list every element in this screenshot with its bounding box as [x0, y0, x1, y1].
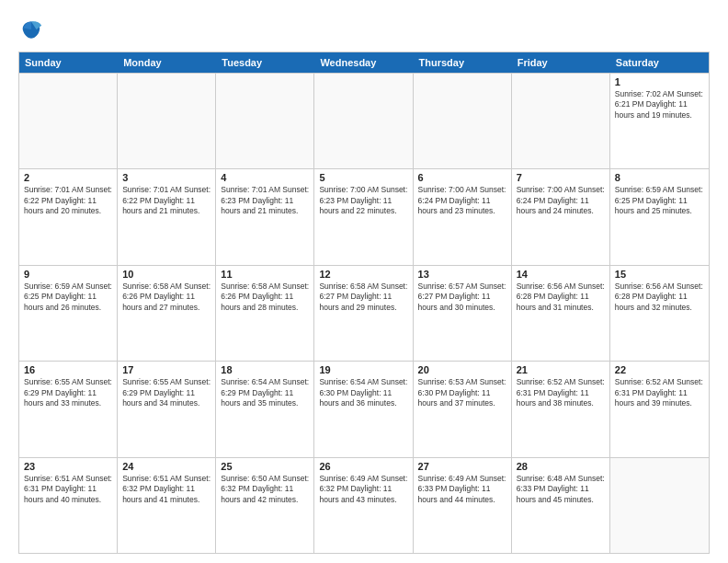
- day-info: Sunrise: 7:01 AM Sunset: 6:23 PM Dayligh…: [221, 185, 309, 216]
- day-cell-19: 19Sunrise: 6:54 AM Sunset: 6:30 PM Dayli…: [314, 362, 413, 456]
- day-number: 5: [319, 172, 407, 183]
- day-cell-13: 13Sunrise: 6:57 AM Sunset: 6:27 PM Dayli…: [414, 266, 512, 361]
- day-info: Sunrise: 6:51 AM Sunset: 6:32 PM Dayligh…: [122, 474, 210, 505]
- day-cell-26: 26Sunrise: 6:49 AM Sunset: 6:32 PM Dayli…: [314, 458, 413, 553]
- day-cell-15: 15Sunrise: 6:56 AM Sunset: 6:28 PM Dayli…: [610, 266, 709, 361]
- day-number: 16: [24, 364, 112, 375]
- day-number: 14: [517, 269, 605, 280]
- day-cell-empty-4-6: [610, 458, 709, 553]
- day-cell-18: 18Sunrise: 6:54 AM Sunset: 6:29 PM Dayli…: [216, 362, 314, 456]
- day-number: 25: [221, 461, 309, 472]
- day-info: Sunrise: 6:52 AM Sunset: 6:31 PM Dayligh…: [615, 377, 704, 408]
- day-cell-empty-0-5: [512, 74, 610, 168]
- day-info: Sunrise: 6:54 AM Sunset: 6:29 PM Dayligh…: [221, 377, 309, 408]
- day-number: 28: [517, 461, 605, 472]
- day-info: Sunrise: 6:59 AM Sunset: 6:25 PM Dayligh…: [615, 185, 704, 216]
- weekday-header-wednesday: Wednesday: [314, 52, 413, 73]
- day-number: 21: [517, 364, 605, 375]
- day-number: 6: [418, 172, 506, 183]
- day-info: Sunrise: 6:58 AM Sunset: 6:26 PM Dayligh…: [122, 282, 210, 313]
- day-cell-empty-0-2: [216, 74, 314, 168]
- day-info: Sunrise: 6:55 AM Sunset: 6:29 PM Dayligh…: [122, 377, 210, 408]
- day-cell-4: 4Sunrise: 7:01 AM Sunset: 6:23 PM Daylig…: [216, 169, 314, 264]
- day-cell-27: 27Sunrise: 6:49 AM Sunset: 6:33 PM Dayli…: [414, 458, 512, 553]
- day-cell-5: 5Sunrise: 7:00 AM Sunset: 6:23 PM Daylig…: [314, 169, 413, 264]
- day-number: 7: [517, 172, 605, 183]
- calendar: SundayMondayTuesdayWednesdayThursdayFrid…: [18, 52, 710, 554]
- day-cell-10: 10Sunrise: 6:58 AM Sunset: 6:26 PM Dayli…: [118, 266, 216, 361]
- day-number: 24: [122, 461, 210, 472]
- day-cell-empty-0-3: [314, 74, 413, 168]
- day-cell-24: 24Sunrise: 6:51 AM Sunset: 6:32 PM Dayli…: [118, 458, 216, 553]
- day-cell-20: 20Sunrise: 6:53 AM Sunset: 6:30 PM Dayli…: [414, 362, 512, 456]
- day-number: 10: [122, 269, 210, 280]
- header: [18, 17, 710, 42]
- day-cell-22: 22Sunrise: 6:52 AM Sunset: 6:31 PM Dayli…: [610, 362, 709, 456]
- day-info: Sunrise: 7:00 AM Sunset: 6:24 PM Dayligh…: [418, 185, 506, 216]
- day-number: 27: [418, 461, 506, 472]
- day-number: 3: [122, 172, 210, 183]
- weekday-header-friday: Friday: [512, 52, 610, 73]
- day-number: 2: [24, 172, 112, 183]
- day-cell-23: 23Sunrise: 6:51 AM Sunset: 6:31 PM Dayli…: [19, 458, 118, 553]
- day-cell-9: 9Sunrise: 6:59 AM Sunset: 6:25 PM Daylig…: [19, 266, 118, 361]
- day-number: 15: [615, 269, 704, 280]
- day-number: 22: [615, 364, 704, 375]
- calendar-row-4: 23Sunrise: 6:51 AM Sunset: 6:31 PM Dayli…: [19, 457, 709, 553]
- day-number: 26: [319, 461, 407, 472]
- calendar-row-0: 1Sunrise: 7:02 AM Sunset: 6:21 PM Daylig…: [19, 73, 709, 168]
- day-cell-6: 6Sunrise: 7:00 AM Sunset: 6:24 PM Daylig…: [414, 169, 512, 264]
- day-number: 1: [615, 76, 704, 87]
- day-info: Sunrise: 7:02 AM Sunset: 6:21 PM Dayligh…: [615, 89, 704, 121]
- day-info: Sunrise: 7:01 AM Sunset: 6:22 PM Dayligh…: [24, 185, 112, 216]
- day-info: Sunrise: 6:50 AM Sunset: 6:32 PM Dayligh…: [221, 474, 309, 505]
- day-number: 13: [418, 269, 506, 280]
- day-cell-empty-0-0: [19, 74, 118, 168]
- day-info: Sunrise: 6:53 AM Sunset: 6:30 PM Dayligh…: [418, 377, 506, 408]
- day-info: Sunrise: 6:56 AM Sunset: 6:28 PM Dayligh…: [517, 282, 605, 313]
- day-cell-empty-0-1: [118, 74, 216, 168]
- day-info: Sunrise: 6:52 AM Sunset: 6:31 PM Dayligh…: [517, 377, 605, 408]
- day-info: Sunrise: 7:00 AM Sunset: 6:24 PM Dayligh…: [517, 185, 605, 216]
- day-cell-empty-0-4: [414, 74, 512, 168]
- calendar-body: 1Sunrise: 7:02 AM Sunset: 6:21 PM Daylig…: [19, 73, 709, 553]
- logo: [18, 17, 48, 42]
- day-number: 12: [319, 269, 407, 280]
- day-cell-8: 8Sunrise: 6:59 AM Sunset: 6:25 PM Daylig…: [610, 169, 709, 264]
- day-info: Sunrise: 6:59 AM Sunset: 6:25 PM Dayligh…: [24, 282, 112, 313]
- calendar-row-2: 9Sunrise: 6:59 AM Sunset: 6:25 PM Daylig…: [19, 265, 709, 361]
- day-info: Sunrise: 6:56 AM Sunset: 6:28 PM Dayligh…: [615, 282, 704, 313]
- calendar-row-1: 2Sunrise: 7:01 AM Sunset: 6:22 PM Daylig…: [19, 168, 709, 264]
- day-info: Sunrise: 6:54 AM Sunset: 6:30 PM Dayligh…: [319, 377, 407, 408]
- day-cell-25: 25Sunrise: 6:50 AM Sunset: 6:32 PM Dayli…: [216, 458, 314, 553]
- day-info: Sunrise: 6:57 AM Sunset: 6:27 PM Dayligh…: [418, 282, 506, 313]
- day-cell-1: 1Sunrise: 7:02 AM Sunset: 6:21 PM Daylig…: [610, 74, 709, 168]
- weekday-header-tuesday: Tuesday: [216, 52, 314, 73]
- day-info: Sunrise: 6:55 AM Sunset: 6:29 PM Dayligh…: [24, 377, 112, 408]
- day-cell-7: 7Sunrise: 7:00 AM Sunset: 6:24 PM Daylig…: [512, 169, 610, 264]
- day-cell-3: 3Sunrise: 7:01 AM Sunset: 6:22 PM Daylig…: [118, 169, 216, 264]
- weekday-header-saturday: Saturday: [610, 52, 709, 73]
- day-cell-2: 2Sunrise: 7:01 AM Sunset: 6:22 PM Daylig…: [19, 169, 118, 264]
- day-info: Sunrise: 6:58 AM Sunset: 6:26 PM Dayligh…: [221, 282, 309, 313]
- day-cell-21: 21Sunrise: 6:52 AM Sunset: 6:31 PM Dayli…: [512, 362, 610, 456]
- day-number: 17: [122, 364, 210, 375]
- day-number: 8: [615, 172, 704, 183]
- day-number: 11: [221, 269, 309, 280]
- day-cell-28: 28Sunrise: 6:48 AM Sunset: 6:33 PM Dayli…: [512, 458, 610, 553]
- calendar-header: SundayMondayTuesdayWednesdayThursdayFrid…: [19, 52, 709, 73]
- day-info: Sunrise: 7:01 AM Sunset: 6:22 PM Dayligh…: [122, 185, 210, 216]
- day-cell-11: 11Sunrise: 6:58 AM Sunset: 6:26 PM Dayli…: [216, 266, 314, 361]
- day-info: Sunrise: 6:49 AM Sunset: 6:32 PM Dayligh…: [319, 474, 407, 505]
- day-number: 20: [418, 364, 506, 375]
- day-number: 23: [24, 461, 112, 472]
- day-info: Sunrise: 7:00 AM Sunset: 6:23 PM Dayligh…: [319, 185, 407, 216]
- day-info: Sunrise: 6:49 AM Sunset: 6:33 PM Dayligh…: [418, 474, 506, 505]
- weekday-header-sunday: Sunday: [19, 52, 118, 73]
- day-number: 4: [221, 172, 309, 183]
- day-info: Sunrise: 6:48 AM Sunset: 6:33 PM Dayligh…: [517, 474, 605, 505]
- day-info: Sunrise: 6:51 AM Sunset: 6:31 PM Dayligh…: [24, 474, 112, 505]
- day-number: 19: [319, 364, 407, 375]
- day-info: Sunrise: 6:58 AM Sunset: 6:27 PM Dayligh…: [319, 282, 407, 313]
- logo-icon: [18, 17, 44, 42]
